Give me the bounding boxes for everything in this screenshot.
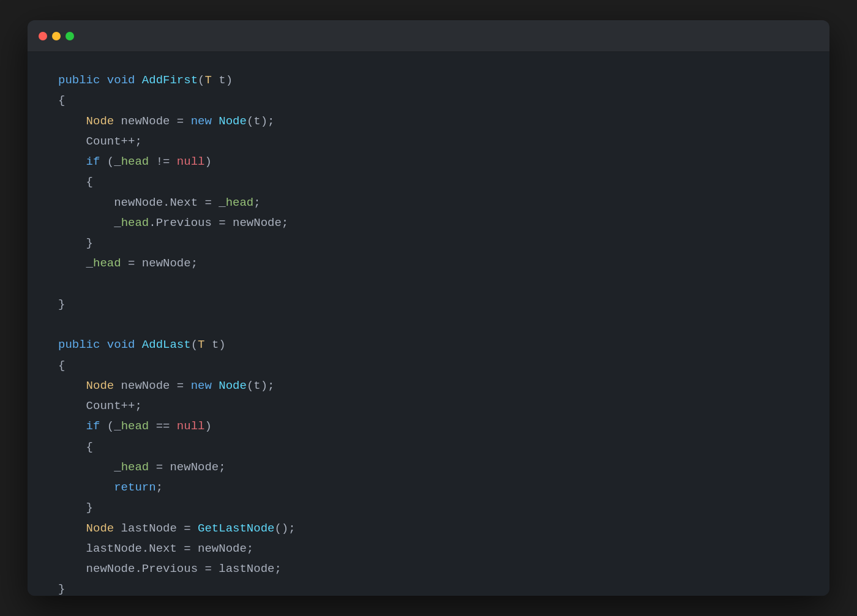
minimize-button[interactable] (52, 32, 61, 40)
code-area: public void AddFirst(T t) { Node newNode… (28, 52, 829, 596)
close-button[interactable] (39, 32, 47, 40)
maximize-button[interactable] (65, 32, 74, 40)
traffic-lights (39, 32, 74, 40)
code-editor-window: public void AddFirst(T t) { Node newNode… (28, 20, 829, 596)
code-block: public void AddFirst(T t) { Node newNode… (58, 70, 799, 596)
titlebar (28, 20, 829, 52)
